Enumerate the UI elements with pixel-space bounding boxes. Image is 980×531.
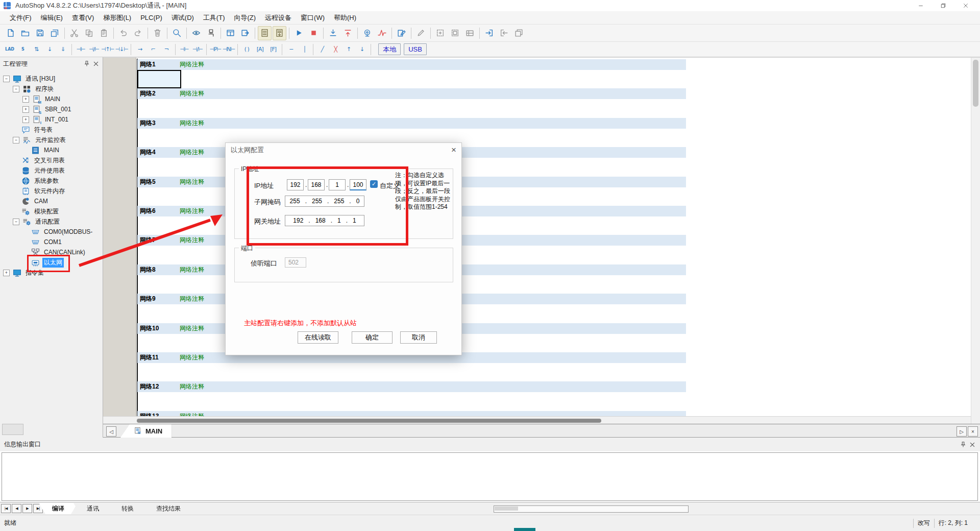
network-comment[interactable]: 网络注释 [180,324,204,333]
paste-button[interactable] [97,26,111,40]
transfer-out-button[interactable] [497,26,511,40]
contact-nc-button[interactable]: ⊣/⊢ [88,43,100,55]
cut-button[interactable] [67,26,81,40]
coil-line-button[interactable]: → [134,43,146,55]
panel-close-icon[interactable] [92,60,100,67]
pin-icon[interactable] [83,60,90,67]
output-tab-编译[interactable]: 编译 [39,503,78,514]
local-connection-button[interactable]: 本地 [378,43,401,55]
expand-toggle[interactable]: + [22,106,29,113]
output-nav-0[interactable]: |◀ [1,504,11,513]
pulse-falling-button[interactable]: ⊣N⊢ [223,43,235,55]
ok-button[interactable]: 确定 [352,331,393,344]
tree-item-元件使用表[interactable]: 元件使用表 [0,165,103,176]
tree-item-COM1[interactable]: COM1 [0,237,103,247]
line-delete-button[interactable]: ╱ [316,43,328,55]
tree-item-符号表[interactable]: 符号表 [0,125,103,135]
search-button[interactable] [170,26,184,40]
network-comment[interactable]: 网络注释 [180,382,204,391]
output-hscrollbar[interactable] [494,505,689,513]
close-button[interactable] [954,0,977,11]
read-online-button[interactable]: 在线读取 [298,331,338,344]
move-up-button[interactable]: ↑ [342,43,355,55]
pulse-rising-button[interactable]: ⊣P⊢ [209,43,222,55]
compare-block-button[interactable]: ( ) [240,43,253,55]
window-cascade-button[interactable] [512,26,526,40]
sfc-view-button[interactable]: S [17,43,29,55]
minimize-button[interactable] [910,0,932,11]
tree-item-INT_001[interactable]: +IINT_001 [0,114,103,125]
menu-item-远程设备[interactable]: 远程设备 [260,12,296,24]
collapse-toggle[interactable]: − [13,219,19,225]
listen-port-input[interactable] [285,257,306,268]
menu-item-文件(F)[interactable]: 文件(F) [5,12,36,24]
tree-item-MAIN[interactable]: +MMAIN [0,94,103,104]
parallel-no-button[interactable]: ⊣⊢ [178,43,190,55]
network-comment[interactable]: 网络注释 [180,353,204,362]
write-enable-button[interactable] [395,26,408,40]
tree-item-系统参数[interactable]: 系统参数 [0,176,103,186]
tree-item-程序块[interactable]: −程序块 [0,84,103,94]
tree-item-通讯 [H3U][interactable]: −通讯 [H3U] [0,74,103,84]
function-f-button[interactable]: [F] [267,43,279,55]
dialog-title-bar[interactable]: 以太网配置 × [226,143,461,157]
tree-item-软元件内存[interactable]: 软元件内存 [0,186,103,196]
ladder-view-button[interactable]: LAD [4,43,16,55]
window-split-button[interactable] [224,26,237,40]
network-header-1[interactable]: 网络1网络注释 [137,59,686,70]
contact-falling-button[interactable]: ⊣↓⊢ [115,43,128,55]
network-header-2[interactable]: 网络2网络注释 [137,88,686,99]
usb-write-button[interactable] [204,26,218,40]
menu-item-调试(D)[interactable]: 调试(D) [167,12,199,24]
transfer-in-button[interactable] [482,26,496,40]
redo-button[interactable] [131,26,145,40]
upload-plc-button[interactable] [341,26,355,40]
network-comment[interactable]: 网络注释 [180,148,204,157]
tab-main[interactable]: M MAIN [120,424,172,438]
vscroll-thumb[interactable] [973,60,978,107]
tab-scroll-right-button[interactable]: ▷ [957,426,967,437]
grid-table-button[interactable] [448,26,462,40]
output-tab-查找结果[interactable]: 查找结果 [143,503,194,514]
undo-button[interactable] [116,26,130,40]
monitor-camera-button[interactable] [360,26,374,40]
contact-no-button[interactable]: ⊣⊢ [75,43,87,55]
tree-item-交叉引用表[interactable]: 交叉引用表 [0,155,103,165]
expand-toggle[interactable]: + [22,96,29,103]
output-pin-icon[interactable] [960,441,967,448]
branch-up-button[interactable]: ¬ [160,43,173,55]
window-arrow-button[interactable] [238,26,252,40]
node-delete-button[interactable]: ╳ [329,43,341,55]
menu-item-帮助(H)[interactable]: 帮助(H) [329,12,361,24]
save-button[interactable] [33,26,47,40]
edit-pencil-button[interactable] [414,26,428,40]
output-tab-通讯[interactable]: 通讯 [74,503,112,514]
menu-item-窗口(W)[interactable]: 窗口(W) [296,12,329,24]
network-header-12[interactable]: 网络12网络注释 [137,381,686,392]
network-comment[interactable]: 网络注释 [180,89,204,98]
tree-item-模块配置[interactable]: 模块配置 [0,206,103,216]
move-down-button[interactable]: ↓ [356,43,368,55]
network-comment[interactable]: 网络注释 [180,236,204,245]
parallel-nc-button[interactable]: ⊣/⊢ [191,43,204,55]
collapse-toggle[interactable]: − [13,137,19,143]
oscilloscope-button[interactable] [375,26,389,40]
tree-item-CAM[interactable]: CAM [0,196,103,206]
menu-item-梯形图(L)[interactable]: 梯形图(L) [99,12,136,24]
tree-item-MAIN[interactable]: MAIN [0,145,103,155]
v-line-button[interactable]: │ [298,43,310,55]
save-all-button[interactable] [48,26,62,40]
compile-all-button[interactable] [273,26,286,40]
delete-button[interactable] [151,26,164,40]
collapse-toggle[interactable]: − [3,76,10,82]
network-comment[interactable]: 网络注释 [180,178,204,186]
output-tab-转换[interactable]: 转换 [108,503,147,514]
network-comment[interactable]: 网络注释 [180,295,204,303]
editor-vscrollbar[interactable] [971,58,980,424]
menu-item-编辑(E)[interactable]: 编辑(E) [36,12,67,24]
append-network-button[interactable]: ⇓ [57,43,69,55]
output-nav-2[interactable]: ▶ [22,504,32,513]
stop-button[interactable] [307,26,321,40]
dialog-close-icon[interactable]: × [451,145,456,155]
output-hscroll-thumb[interactable] [495,506,518,511]
